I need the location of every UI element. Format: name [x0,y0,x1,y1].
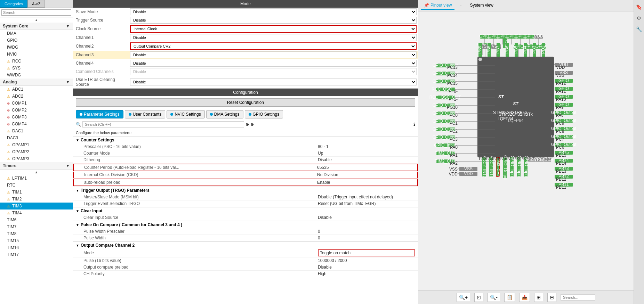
sidebar-item-tim17[interactable]: TIM17 [0,251,73,258]
tab-system-view[interactable]: System view [467,1,496,10]
trigger-source-value: Disable [129,16,418,24]
tab-dma-settings[interactable]: DMA Settings [206,110,243,118]
sidebar-item-lptim1[interactable]: LPTIM1 [0,175,73,182]
sidebar-search-input[interactable] [1,9,71,16]
sidebar-item-tim2[interactable]: TIM2 [0,196,73,203]
export1-button[interactable]: 📋 [504,293,515,302]
sidebar-item-tim4[interactable]: TIM4 [0,209,73,216]
tab-parameter-settings[interactable]: Parameter Settings [76,110,123,118]
channel4-select[interactable]: Disable [130,60,417,67]
sidebar-item-iwdg[interactable]: IWDG [0,44,73,51]
layout1-button[interactable]: ⊞ [534,293,543,302]
sidebar-item-wwdg[interactable]: WWDG [0,72,73,79]
svg-text:VDD: VDD [449,172,458,176]
param-pulse-prescaler-name: Pulse Width Prescaler [83,229,318,234]
sidebar-item-tim16[interactable]: TIM16 [0,244,73,251]
sidebar-item-tim15[interactable]: TIM15 [0,237,73,244]
sidebar-item-tim1[interactable]: TIM1 [0,189,73,196]
sidebar-item-adc2[interactable]: ADC2 [0,93,73,100]
sidebar-item-opamp1[interactable]: OPAMP1 [0,141,73,148]
svg-text:VSS: VSS [556,73,564,78]
refresh-icon[interactable]: ⊕ [250,122,254,127]
sidebar-item-rcc[interactable]: RCC [0,58,73,65]
pinout-toolbar: 🔍+ ⊡ 🔍- 📋 📤 ⊞ ⊟ [418,290,634,304]
tab-separator: - [460,3,461,8]
channel3-select[interactable]: Disable [130,51,417,58]
sidebar-item-tim7[interactable]: TIM7 [0,223,73,230]
sidebar-item-opamp3[interactable]: OPAMP3 [0,155,73,162]
svg-text:PA11: PA11 [556,89,566,94]
sidebar-item-rtc[interactable]: RTC [0,182,73,189]
sidebar-item-dac1[interactable]: DAC1 [0,128,73,134]
svg-text:PC9: PC9 [556,121,564,126]
tools-icon[interactable]: 🔧 [635,25,643,33]
reset-configuration-button[interactable]: Reset Configuration [76,98,415,107]
oc2-arrow: ▼ [76,244,79,247]
tab-gpio-settings[interactable]: GPIO Settings [245,110,283,118]
pulse-compare-arrow: ▼ [76,223,79,227]
tab-user-constants[interactable]: User Constants [125,110,166,118]
tab-pinout-view[interactable]: 📌 Pinout view [421,1,454,10]
sidebar-item-dac3[interactable]: DAC3 [0,134,73,141]
etr-clearing-select[interactable]: Disable [130,79,417,85]
svg-text:GPIO: GPIO [524,34,535,39]
clear-input-header[interactable]: ▼ Clear Input [73,207,418,214]
param-msm: Master/Slave Mode (MSM bit) Disable (Tri… [73,194,418,200]
scroll-up-arrow[interactable]: ▲ [0,17,73,23]
clock-source-value: Internal Clock [129,24,418,33]
channel2-value: Output Compare CH2 [129,42,418,51]
sidebar-item-sys[interactable]: SYS [0,65,73,72]
configure-label: Configure the below parameters : [73,129,418,136]
search-input-pinout[interactable] [561,294,595,301]
sidebar-section-analog[interactable]: Analog ▼ [0,79,73,86]
layout2-button[interactable]: ⊟ [547,293,556,302]
tab-atoz[interactable]: A->Z [27,0,45,8]
tab-nvic-settings[interactable]: NVIC Settings [167,110,204,118]
sidebar-item-tim8[interactable]: TIM8 [0,230,73,237]
param-oc2-polarity-name: CH Polarity [83,271,318,276]
param-search-bar: 🔍 ⊕ ⊕ ℹ [73,120,418,129]
scroll-timer-up[interactable]: ▲ [0,170,73,175]
param-oc2-pulse-value: 1000000 / 2000 [318,258,415,263]
slave-mode-select[interactable]: Disable [130,8,417,15]
param-oc2-mode: Mode Toggle on match [73,249,418,257]
clock-source-select[interactable]: Internal Clock [130,25,417,33]
channel1-select[interactable]: Disable [130,34,417,41]
oc2-header[interactable]: ▼ Output Compare Channel 2 [73,241,418,249]
bookmark-icon[interactable]: 🔖 [635,3,643,11]
zoom-in-button[interactable]: 🔍+ [457,293,470,302]
fit-button[interactable]: ⊡ [474,293,483,302]
counter-settings-arrow: ▼ [76,138,79,142]
sidebar-item-tim3[interactable]: TIM3 [0,203,73,209]
sidebar-section-timers[interactable]: Timers ▼ [0,162,73,170]
sidebar-item-comp1[interactable]: COMP1 [0,100,73,107]
sidebar-item-comp3[interactable]: COMP3 [0,114,73,121]
param-counter-period-value: 65535 [317,165,414,170]
sidebar-item-dma[interactable]: DMA [0,30,73,37]
trgo-header[interactable]: ▼ Trigger Output (TRGO) Parameters [73,187,418,194]
param-search-input[interactable] [82,121,244,128]
sidebar-item-nvic[interactable]: NVIC [0,51,73,58]
param-ckd-name: Internal Clock Division (CKD) [84,172,317,177]
svg-text:PC15: PC15 [447,81,458,86]
sidebar-item-tim6[interactable]: TIM6 [0,216,73,223]
sidebar-section-system-core[interactable]: System Core ▼ [0,23,73,30]
combined-channels-select[interactable]: Disable [130,68,417,75]
sidebar-item-gpio[interactable]: GPIO [0,37,73,44]
export2-button[interactable]: 📤 [519,293,530,302]
sidebar-item-comp2[interactable]: COMP2 [0,107,73,114]
tab-gpio-label: GPIO Settings [253,112,280,117]
channel1-label: Channel1 [73,33,129,42]
config-body: ▼ Counter Settings Prescaler (PSC - 16 b… [73,136,418,304]
trigger-source-select[interactable]: Disable [130,17,417,24]
counter-settings-header[interactable]: ▼ Counter Settings [73,136,418,143]
zoom-out-button[interactable]: 🔍- [488,293,500,302]
channel2-select[interactable]: Output Compare CH2 [130,42,417,50]
sidebar-item-adc1[interactable]: ADC1 [0,86,73,93]
sidebar-item-comp4[interactable]: COMP4 [0,121,73,128]
settings-icon[interactable]: ⚙ [635,14,643,22]
tab-categories[interactable]: Categories [0,0,27,8]
filter-icon[interactable]: ⊕ [245,122,249,127]
sidebar-item-opamp2[interactable]: OPAMP2 [0,148,73,155]
pulse-compare-header[interactable]: ▼ Pulse On Compare ( Common for Channel … [73,221,418,228]
